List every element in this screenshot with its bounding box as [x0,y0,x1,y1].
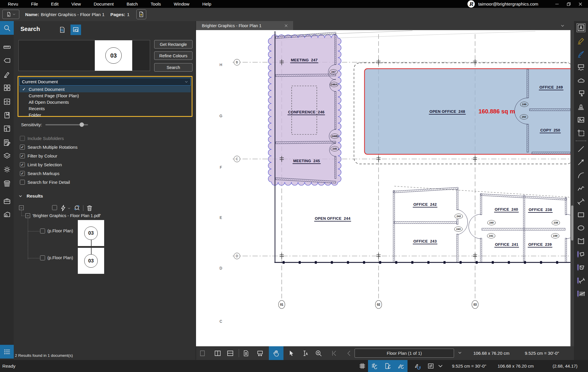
properties-panel-icon[interactable] [0,162,14,176]
scope-select[interactable]: Current Document [19,78,191,86]
image-tool-icon[interactable] [577,115,585,124]
result-thumbnail[interactable]: 03 [78,220,104,246]
document-select-button[interactable] [2,10,19,19]
result-file-label[interactable]: 'Brighter Graphics - Floor Plan 1.pdf' [32,213,101,218]
sensitivity-slider[interactable] [45,124,88,125]
ellipse-tool-icon[interactable] [577,224,585,232]
file-access-panel-icon[interactable] [0,95,14,108]
document-tab[interactable]: Brighter Graphics - Floor Plan 1 [196,21,293,30]
split-vertical-icon[interactable] [212,346,223,360]
chevron-down-icon[interactable] [436,360,444,372]
menu-item-tools[interactable]: Tools [151,1,161,6]
tag-panel-icon[interactable] [0,53,14,67]
thumbnails-panel-icon[interactable] [0,81,14,94]
tab-list-chevron-icon[interactable] [560,23,565,28]
text-search-icon[interactable] [57,25,68,35]
sync-views-icon[interactable] [424,360,437,372]
bookmarks-panel-icon[interactable] [0,108,14,122]
fit-width-icon[interactable] [255,346,266,360]
rectangle-tool-icon[interactable] [577,210,585,219]
checkbox-filter-by-colour[interactable] [20,153,25,158]
fit-page-icon[interactable] [240,346,252,360]
studio-panel-icon[interactable] [0,207,14,221]
measure-count-tool-icon[interactable] [577,289,585,298]
first-page-icon[interactable] [328,346,339,360]
sets-panel-icon[interactable] [0,177,14,190]
visual-search-icon[interactable] [71,25,81,35]
split-horizontal-icon[interactable] [225,346,236,360]
result-thumbnail[interactable]: 03 [78,248,104,274]
menu-item-revu[interactable]: Revu [8,1,18,6]
callout-tool-icon[interactable] [577,89,585,98]
layers-panel-icon[interactable] [0,149,14,163]
line-tool-icon[interactable] [577,145,585,153]
collapse-all-box[interactable] [19,205,24,210]
single-page-view-icon[interactable] [197,346,208,360]
zoom-tool-icon[interactable] [313,346,324,360]
menu-item-batch[interactable]: Batch [127,1,138,6]
measure-polygon-tool-icon[interactable] [577,250,585,259]
search-panel-icon[interactable] [0,21,14,35]
text-box-tool-icon[interactable] [577,23,585,32]
file-collapse-box[interactable] [25,213,30,218]
area-measurement-label[interactable]: 160.886 sq m [479,108,515,115]
polyline-tool-icon[interactable] [577,184,585,193]
select-tool-icon[interactable] [286,346,297,360]
menu-item-window[interactable]: Window [174,1,189,6]
chevron-down-icon[interactable] [67,206,71,210]
scope-option[interactable]: Recents [19,105,191,112]
measurements-panel-icon[interactable] [0,40,14,54]
search-button[interactable]: Search [154,63,192,72]
polygon-tool-icon[interactable] [577,237,585,245]
result-label[interactable]: (p.Floor Plan) [47,255,73,260]
snapshot-tool-icon[interactable] [577,129,585,137]
result-label[interactable]: (p.Floor Plan) [47,229,73,233]
grid-icon[interactable] [356,360,369,372]
chevron-down-icon[interactable] [457,350,463,355]
close-tab-icon[interactable] [283,23,289,29]
scope-option[interactable]: Current Page (Floor Plan) [19,92,191,99]
sensitivity-slider-thumb[interactable] [80,122,84,127]
reuse-markup-icon[interactable] [411,360,424,372]
close-icon[interactable] [575,0,586,8]
result-checkbox[interactable] [40,229,45,233]
checkbox-search-markups[interactable] [20,171,25,176]
page-select[interactable]: Floor Plan (1 of 1) [355,349,454,358]
get-rectangle-button[interactable]: Get Rectangle [154,40,192,49]
callout-underline-tool-icon[interactable] [577,63,585,72]
scope-option[interactable]: Folder [19,112,191,118]
pan-tool-icon[interactable] [269,346,283,360]
checkbox-limit-by-selection[interactable] [20,162,25,167]
highlighter-tool-icon[interactable] [577,37,585,45]
restore-icon[interactable] [563,0,575,8]
dimension-tool-icon[interactable] [577,197,585,206]
arrow-tool-icon[interactable] [577,158,585,167]
checkbox-search-for-fine-detail[interactable] [20,180,25,185]
pen-tool-icon[interactable] [577,50,585,58]
checkbox-search-multiple-rotations[interactable] [20,145,25,150]
apply-action-icon[interactable] [59,204,67,212]
vertical-scrollbar[interactable] [570,30,574,346]
drawing-canvas[interactable]: 160.886 sq m MEETING 247CONFERENCE 246ME… [196,30,570,346]
menu-item-edit[interactable]: Edit [51,1,59,6]
refresh-search-icon[interactable] [73,204,81,212]
menu-item-file[interactable]: File [31,1,38,6]
tool-chest-panel-icon[interactable] [0,194,14,208]
measure-length-tool-icon[interactable] [577,276,585,285]
scrollbar-thumb[interactable] [571,205,573,240]
spaces-panel-icon[interactable] [0,122,14,135]
markups-editor-panel-icon[interactable] [0,136,14,149]
snap-to-content-icon[interactable] [381,360,394,372]
cloud-tool-icon[interactable] [577,76,585,85]
markups-list-toggle-icon[interactable] [0,345,14,359]
scope-option[interactable]: All Open Documents [19,99,191,105]
menu-item-help[interactable]: Help [202,1,211,6]
snap-to-grid-icon[interactable] [368,360,381,372]
arc-tool-icon[interactable] [577,171,585,180]
menu-item-view[interactable]: View [71,1,81,6]
select-text-icon[interactable] [299,346,310,360]
previous-page-icon[interactable] [343,346,355,360]
scope-option[interactable]: ✓Current Document [19,86,191,92]
checkbox-include-subfolders[interactable] [20,136,25,141]
markup-tools-icon[interactable] [0,67,14,81]
